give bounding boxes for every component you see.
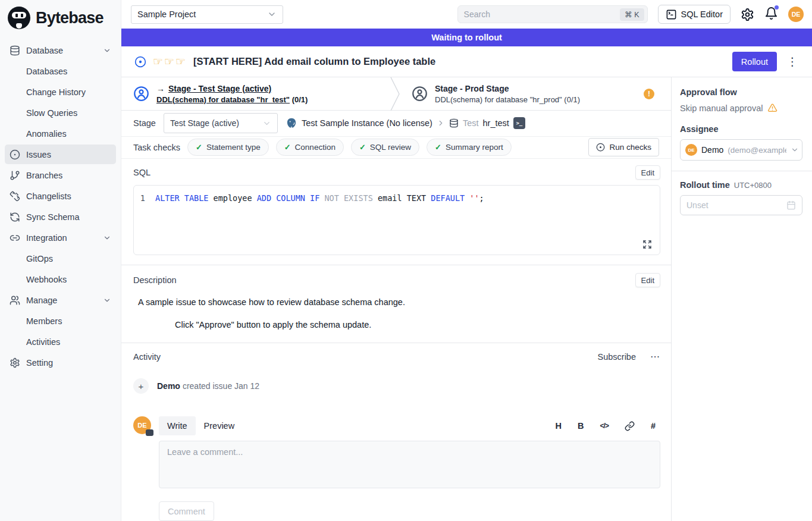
assignee-email: (demo@example <box>728 146 786 155</box>
sql-section-title: SQL <box>133 168 151 177</box>
user-avatar: DE <box>133 416 151 434</box>
tab-write[interactable]: Write <box>159 416 196 435</box>
sql-editor-button[interactable]: SQL Editor <box>658 5 731 24</box>
assignee-select[interactable]: DE Demo (demo@example <box>680 139 802 161</box>
more-horizontal-icon[interactable]: ⋯ <box>650 351 660 362</box>
stage-card-prod[interactable]: Stage - Prod Stage DDL(schema) for datab… <box>400 77 671 110</box>
comment-input[interactable] <box>159 441 660 488</box>
sidebar-item-gitops[interactable]: GitOps <box>5 249 116 268</box>
stage-task-detail: DDL(schema) for database "hr_prod" <box>435 95 562 104</box>
postgresql-icon <box>286 117 297 129</box>
environment-tag: Test <box>463 118 479 128</box>
search-input[interactable] <box>464 10 620 19</box>
code-icon[interactable]: </> <box>600 422 609 430</box>
person-circle-icon <box>412 86 428 102</box>
sidebar: Bytebase Database Databases Change Histo… <box>0 0 121 521</box>
app-window: Bytebase Database Databases Change Histo… <box>0 0 812 521</box>
comment-button[interactable]: Comment <box>159 501 214 521</box>
sidebar-item-issues[interactable]: Issues <box>5 145 116 164</box>
warning-badge: ! <box>644 89 654 99</box>
stage-task-detail: DDL(schema) for database "hr_test" <box>156 95 290 104</box>
check-pill-statement-type[interactable]: ✓Statement type <box>187 139 269 156</box>
check-icon: ✓ <box>435 143 441 152</box>
check-pill-connection[interactable]: ✓Connection <box>276 139 344 156</box>
project-select[interactable]: Sample Project <box>131 5 283 24</box>
sidebar-nav: Database Databases Change History Slow Q… <box>0 36 121 372</box>
bold-icon[interactable]: B <box>578 421 584 431</box>
sidebar-item-slow-queries[interactable]: Slow Queries <box>5 103 116 123</box>
expand-icon[interactable] <box>642 240 652 249</box>
person-circle-icon <box>133 86 149 102</box>
subscribe-button[interactable]: Subscribe <box>598 352 636 362</box>
chevron-down-icon <box>103 296 111 305</box>
task-checks-label: Task checks <box>133 143 180 152</box>
circle-play-icon <box>596 143 605 152</box>
sql-token: ; <box>479 193 484 203</box>
stage-name: Stage - Test Stage (active) <box>168 84 271 93</box>
stage-progress: (0/1) <box>292 95 308 104</box>
task-checks-row: Task checks ✓Statement type ✓Connection … <box>121 136 671 159</box>
sidebar-item-database[interactable]: Database <box>5 40 116 60</box>
run-checks-button[interactable]: Run checks <box>588 138 659 156</box>
more-vertical-icon[interactable]: ⋮ <box>783 55 801 68</box>
sql-editor[interactable]: 1ALTER TABLE employee ADD COLUMN IF NOT … <box>133 185 660 255</box>
approval-flow-label: Approval flow <box>680 87 802 97</box>
warning-triangle-icon <box>767 103 777 113</box>
sidebar-item-sync-schema[interactable]: Sync Schema <box>5 207 116 227</box>
chevron-down-icon <box>267 10 277 19</box>
pencil-ruler-icon <box>10 191 20 202</box>
instance-name[interactable]: Test Sample Instance (No license) <box>302 118 432 128</box>
sidebar-item-members[interactable]: Members <box>5 311 116 331</box>
sidebar-item-changelists[interactable]: Changelists <box>5 186 116 206</box>
plus-icon: + <box>133 378 149 394</box>
link-icon[interactable] <box>625 421 635 431</box>
sidebar-item-webhooks[interactable]: Webhooks <box>5 269 116 289</box>
heading-icon[interactable]: H <box>556 421 562 431</box>
sidebar-item-activities[interactable]: Activities <box>5 332 116 351</box>
gear-icon[interactable] <box>741 8 754 21</box>
search-box[interactable]: ⌘ K <box>457 5 648 23</box>
check-icon: ✓ <box>196 143 202 152</box>
sidebar-item-change-history[interactable]: Change History <box>5 82 116 102</box>
sidebar-item-setting[interactable]: Setting <box>5 353 116 372</box>
description-edit-button[interactable]: Edit <box>635 273 660 287</box>
rollout-button[interactable]: Rollout <box>732 52 777 71</box>
stage-select-value: Test Stage (active) <box>170 118 239 128</box>
arrow-right-icon: → <box>156 84 165 93</box>
database-icon <box>449 118 459 128</box>
sidebar-item-integration[interactable]: Integration <box>5 228 116 247</box>
check-pill-summary-report[interactable]: ✓Summary report <box>427 139 512 156</box>
sidebar-item-anomalies[interactable]: Anomalies <box>5 124 116 143</box>
chevron-down-icon <box>262 119 271 128</box>
hash-icon[interactable]: # <box>651 421 656 431</box>
sql-token: NOT EXISTS <box>324 193 372 203</box>
stage-select[interactable]: Test Stage (active) <box>164 113 278 133</box>
sidebar-item-branches[interactable]: Branches <box>5 165 116 185</box>
sql-token: '' <box>469 193 479 203</box>
square-terminal-icon <box>666 9 677 20</box>
notifications-button[interactable] <box>764 7 778 23</box>
topbar: Sample Project ⌘ K SQL Editor DE <box>121 0 812 29</box>
activity-section-title: Activity <box>133 352 161 362</box>
stage-progress: (0/1) <box>564 95 580 104</box>
database-icon <box>10 45 20 56</box>
user-avatar[interactable]: DE <box>788 7 804 22</box>
git-branch-icon <box>10 170 20 181</box>
calendar-icon <box>786 200 796 210</box>
sql-edit-button[interactable]: Edit <box>635 165 660 180</box>
pointer-emoji: ☞☞☞ <box>153 55 187 68</box>
rollout-time-label: Rollout time <box>680 180 730 190</box>
open-sql-editor-icon[interactable]: >_ <box>513 117 525 129</box>
sql-token: ALTER TABLE <box>155 193 208 203</box>
stage-card-test[interactable]: →Stage - Test Stage (active) DDL(schema)… <box>121 77 390 110</box>
sql-token: ADD COLUMN IF <box>257 193 325 203</box>
rollout-time-picker[interactable]: Unset <box>680 195 802 215</box>
tab-preview[interactable]: Preview <box>196 416 243 435</box>
check-pill-sql-review[interactable]: ✓SQL review <box>351 139 419 156</box>
sidebar-item-databases[interactable]: Databases <box>5 61 116 81</box>
issue-detail: →Stage - Test Stage (active) DDL(schema)… <box>121 77 671 521</box>
stage-name: Stage - Prod Stage <box>435 84 509 93</box>
sidebar-item-manage[interactable]: Manage <box>5 290 116 310</box>
brand-logo[interactable]: Bytebase <box>0 0 121 36</box>
database-name[interactable]: hr_test <box>483 118 509 128</box>
